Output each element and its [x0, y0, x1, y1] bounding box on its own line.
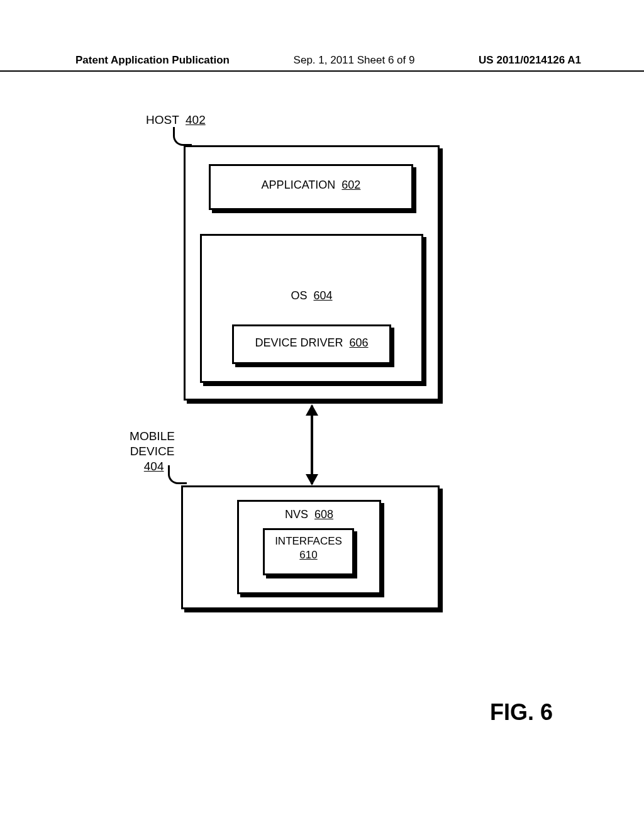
- device-driver-label: DEVICE DRIVER 606: [232, 336, 391, 350]
- os-ref: 604: [314, 289, 333, 302]
- header-mid: Sep. 1, 2011 Sheet 6 of 9: [294, 54, 415, 67]
- mobile-device-text: MOBILE DEVICE: [130, 429, 175, 458]
- os-label: OS 604: [200, 289, 423, 302]
- nvs-label: NVS 608: [237, 508, 381, 521]
- page-canvas: Patent Application Publication Sep. 1, 2…: [0, 0, 644, 830]
- figure-label: FIG. 6: [490, 699, 553, 726]
- os-text: OS: [291, 289, 307, 302]
- application-ref: 602: [341, 179, 360, 191]
- host-label-text: HOST: [146, 113, 179, 126]
- mobile-device-ref: 404: [144, 460, 164, 473]
- nvs-text: NVS: [285, 508, 308, 521]
- host-to-mobile-device-double-arrow: [311, 406, 313, 484]
- header-left: Patent Application Publication: [75, 54, 230, 67]
- page-header: Patent Application Publication Sep. 1, 2…: [0, 54, 644, 72]
- interfaces-ref: 610: [299, 549, 317, 561]
- host-ref: 402: [186, 113, 206, 126]
- nvs-ref: 608: [314, 508, 333, 521]
- mobile-device-leader-line: [168, 465, 187, 484]
- device-driver-text: DEVICE DRIVER: [255, 336, 343, 349]
- interfaces-text: INTERFACES: [275, 535, 342, 547]
- header-right: US 2011/0214126 A1: [479, 54, 581, 67]
- host-label: HOST 402: [146, 113, 206, 127]
- host-leader-line: [173, 127, 192, 146]
- device-driver-ref: 606: [350, 336, 369, 349]
- application-label: APPLICATION 602: [209, 179, 413, 192]
- application-text: APPLICATION: [262, 179, 336, 191]
- interfaces-label: INTERFACES 610: [263, 534, 354, 562]
